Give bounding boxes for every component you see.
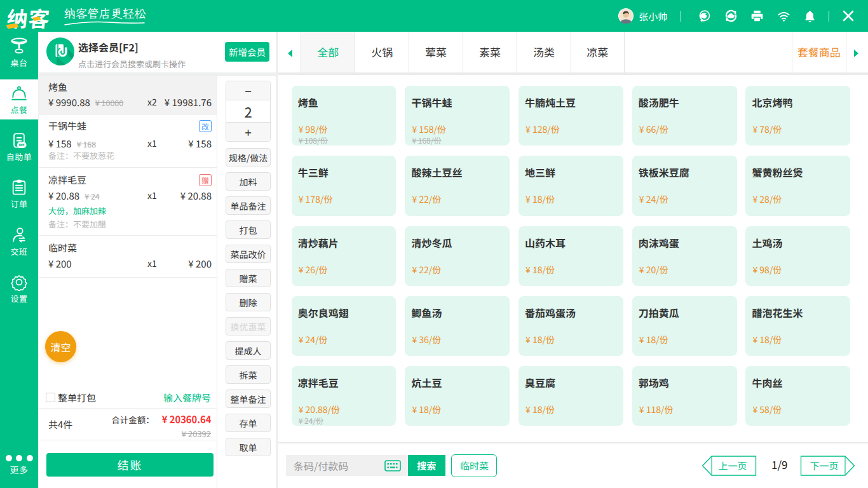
svg-text:下一页: 下一页 [810, 459, 838, 472]
svg-text:自助: 自助 [20, 144, 24, 147]
svg-text:上一页: 上一页 [718, 459, 747, 472]
